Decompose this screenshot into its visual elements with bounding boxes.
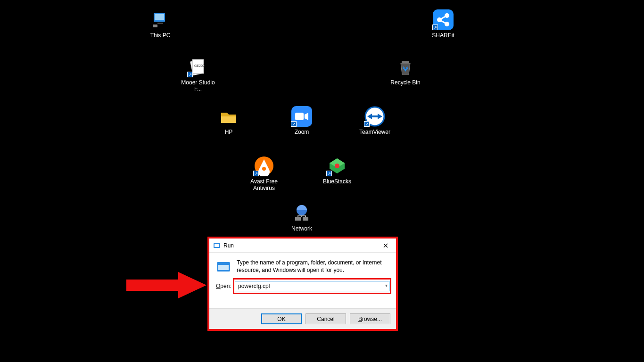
recycle-icon xyxy=(395,57,416,77)
svg-rect-11 xyxy=(402,61,409,63)
desktop-icon-mooer[interactable]: GE200↗Mooer Studio F... xyxy=(179,57,217,93)
run-dialog: Run Type the name of a program, folder, … xyxy=(209,239,396,329)
shortcut-arrow-icon: ↗ xyxy=(187,72,193,77)
desktop-icon-hp[interactable]: HP xyxy=(210,106,248,135)
close-icon xyxy=(383,243,388,248)
open-label: Open: xyxy=(216,283,235,289)
browse-button[interactable]: Browse... xyxy=(350,313,390,324)
desktop-icon-zoom[interactable]: ↗Zoom xyxy=(283,106,321,135)
desktop-icon-shareit[interactable]: ↗SHAREit xyxy=(424,9,462,39)
open-input[interactable] xyxy=(235,281,389,291)
svg-rect-3 xyxy=(153,25,157,27)
desktop-icon-label: BlueStacks xyxy=(323,178,351,185)
svg-rect-24 xyxy=(215,244,219,247)
svg-text:GE200: GE200 xyxy=(194,64,205,67)
shortcut-arrow-icon: ↗ xyxy=(432,25,438,30)
run-titlebar[interactable]: Run xyxy=(209,239,396,253)
run-button-row: OK Cancel Browse... xyxy=(209,308,396,329)
desktop-icon-label: Recycle Bin xyxy=(390,79,420,86)
run-app-icon xyxy=(216,259,231,274)
svg-point-18 xyxy=(335,164,339,168)
desktop-icon-label: Network xyxy=(291,225,312,232)
cancel-button[interactable]: Cancel xyxy=(305,313,346,324)
svg-rect-2 xyxy=(157,23,163,24)
ok-button[interactable]: OK xyxy=(261,313,302,324)
desktop-icon-label: SHAREit xyxy=(432,32,454,39)
desktop-icon-teamviewer[interactable]: ↗TeamViewer xyxy=(356,106,394,135)
svg-rect-21 xyxy=(303,217,308,221)
svg-point-17 xyxy=(262,167,266,171)
network-icon xyxy=(291,203,312,223)
desktop-icon-label: Avast Free Antivirus xyxy=(245,178,283,192)
desktop-icon-bluestacks[interactable]: ↗BlueStacks xyxy=(318,156,356,185)
annotation-frame-run: Run Type the name of a program, folder, … xyxy=(207,237,398,331)
svg-rect-20 xyxy=(295,217,301,221)
shortcut-arrow-icon: ↗ xyxy=(291,121,297,127)
svg-rect-27 xyxy=(218,263,229,265)
desktop-icon-label: Zoom xyxy=(295,129,309,135)
shortcut-arrow-icon: ↗ xyxy=(364,121,370,127)
this-pc-icon xyxy=(150,9,171,30)
desktop-icon-network[interactable]: Network xyxy=(283,203,321,232)
desktop-icon-label: This PC xyxy=(150,32,171,39)
desktop-icon-label: TeamViewer xyxy=(359,129,390,135)
run-title: Run xyxy=(223,242,375,249)
run-icon xyxy=(213,242,221,249)
close-button[interactable] xyxy=(375,239,396,253)
desktop-icon-avast[interactable]: ↗Avast Free Antivirus xyxy=(245,156,283,192)
svg-rect-1 xyxy=(155,14,164,20)
svg-rect-13 xyxy=(295,113,304,120)
desktop-icon-label: HP xyxy=(225,129,233,135)
desktop-icon-recycle[interactable]: Recycle Bin xyxy=(387,57,424,86)
shortcut-arrow-icon: ↗ xyxy=(253,171,259,176)
run-body: Type the name of a program, folder, docu… xyxy=(209,253,396,308)
shortcut-arrow-icon: ↗ xyxy=(326,171,332,176)
run-description: Type the name of a program, folder, docu… xyxy=(237,259,389,274)
desktop-icon-this-pc[interactable]: This PC xyxy=(141,9,179,39)
svg-marker-22 xyxy=(126,272,206,298)
annotation-arrow xyxy=(126,271,206,299)
desktop-icon-label: Mooer Studio F... xyxy=(179,79,217,93)
hp-icon xyxy=(218,106,239,127)
